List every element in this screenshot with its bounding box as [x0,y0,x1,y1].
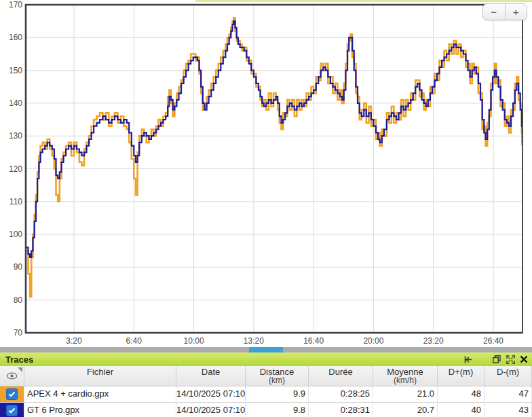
track-color-swatch [0,403,24,417]
visibility-checkbox[interactable] [6,405,18,416]
x-tick-label: 23:20 [423,336,444,346]
svg-text:140: 140 [9,98,22,108]
x-tick-label: 16:40 [303,336,324,346]
svg-text:130: 130 [9,131,22,141]
svg-text:160: 160 [9,33,22,42]
cell-distance: 9.9 [246,386,309,402]
x-tick-label: 10:00 [184,336,204,346]
cell-dminus: 47 [484,386,532,402]
svg-text:170: 170 [9,0,22,10]
cell-file: APEX 4 + cardio.gpx [24,386,176,402]
cell-average: 21.0 [373,386,438,402]
cell-distance: 9.8 [246,403,309,417]
scrollbar-thumb[interactable] [249,347,283,352]
chart-zoom-controls: − + [482,3,527,20]
x-tick-label: 20:00 [363,336,383,346]
cell-date: 14/10/2025 07:10 [176,386,246,402]
cell-dplus: 48 [438,386,484,402]
track-color-swatch [0,386,24,402]
cell-dminus: 43 [484,403,532,417]
zoom-out-button[interactable]: − [483,4,506,20]
column-header-moyenne[interactable]: Moyenne(km/h) [373,366,438,386]
svg-text:120: 120 [9,164,22,174]
column-header-date[interactable]: Date [176,366,246,386]
x-tick-label: 3:20 [66,336,81,346]
eye-icon [6,372,18,381]
maximize-icon[interactable] [505,354,516,365]
svg-text:70: 70 [14,328,23,336]
table-row[interactable]: GT 6 Pro.gpx 14/10/2025 07:10 9.8 0:28:3… [0,403,532,417]
sort-indicator-icon [18,367,22,372]
x-tick-label: 6:40 [126,336,142,346]
x-tick-label: 13:20 [244,336,264,346]
cell-duration: 0:28:31 [309,403,373,417]
visibility-checkbox[interactable] [6,388,18,400]
close-icon[interactable] [518,354,529,365]
svg-text:90: 90 [14,262,23,272]
svg-text:80: 80 [14,295,23,305]
svg-text:100: 100 [9,230,22,239]
chart-horizontal-scrollbar[interactable] [0,347,532,352]
cell-duration: 0:28:25 [309,386,373,402]
column-header-dplus[interactable]: D+(m) [438,366,484,386]
x-axis-labels: 3:206:4010:0013:2016:4020:0023:2026:40 [0,336,532,347]
gpx-analyzer-window: { "accent_colors": { "lime_bar": "#b2d73… [0,0,532,417]
panel-title: Traces [0,355,33,365]
x-tick-label: 26:40 [483,336,504,346]
cell-file: GT 6 Pro.gpx [24,403,176,417]
table-header-row: Fichier Date Distance(km) Durée Moyenne(… [0,366,532,386]
heart-rate-chart[interactable]: 170160150140130120110100908070 [0,0,532,336]
restore-icon[interactable] [491,354,502,365]
visibility-column-header[interactable] [0,366,24,386]
column-header-dminus[interactable]: D-(m) [484,366,532,386]
svg-text:150: 150 [9,66,22,75]
traces-panel-header: Traces [0,352,532,366]
zoom-in-button[interactable]: + [506,4,527,20]
cell-average: 20.7 [373,403,438,417]
table-row[interactable]: APEX 4 + cardio.gpx 14/10/2025 07:10 9.9… [0,386,532,403]
traces-table: Fichier Date Distance(km) Durée Moyenne(… [0,366,532,417]
column-header-fichier[interactable]: Fichier [24,366,176,386]
cell-dplus: 40 [438,403,484,417]
svg-text:110: 110 [10,197,22,206]
minimize-left-icon[interactable] [463,354,474,365]
column-header-distance[interactable]: Distance(km) [246,366,309,386]
column-header-duree[interactable]: Durée [309,366,373,386]
cell-date: 14/10/2025 07:10 [176,403,246,417]
